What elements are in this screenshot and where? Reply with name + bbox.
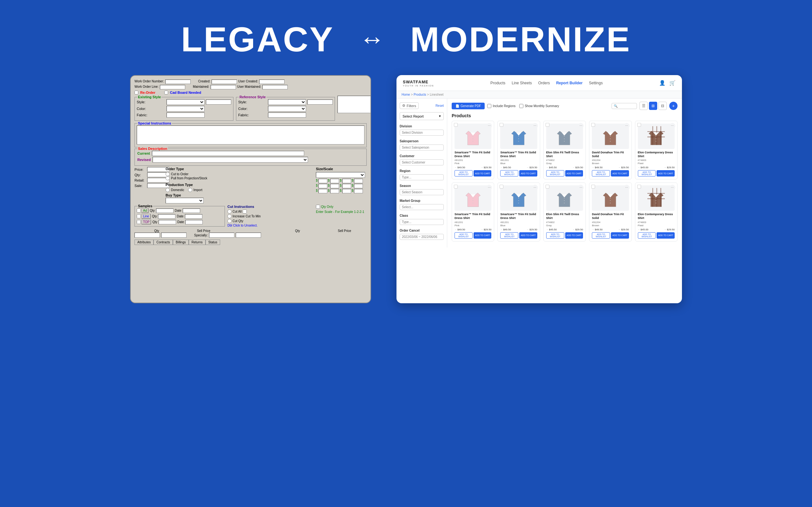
add-to-cart-button[interactable]: ADD TO CART [473,170,492,176]
color-select[interactable] [166,106,205,112]
product-checkbox[interactable] [500,123,503,127]
price-sell-input-1[interactable] [161,233,187,238]
include-regions-checkbox[interactable] [487,104,491,108]
line-qty-input[interactable] [158,214,175,219]
ref-style-input[interactable] [307,100,333,105]
tab-billings[interactable]: Billings [173,239,189,245]
add-to-wishlist-button[interactable]: ADD TO WISHLIST [546,232,564,239]
price-sell-input-2[interactable] [236,233,261,238]
size-cell-5[interactable] [318,184,327,188]
nav-report-builder[interactable]: Report Builder [556,81,582,85]
line-checkbox[interactable] [137,214,141,218]
product-checkbox[interactable] [546,185,549,188]
current-input[interactable] [152,151,304,156]
top-date-input[interactable] [185,220,203,224]
maintained-input[interactable] [211,85,236,89]
work-order-number-input[interactable] [165,79,191,84]
ref-notes-textarea[interactable] [338,96,371,113]
add-to-cart-button[interactable]: ADD TO CART [519,232,537,239]
tab-returns[interactable]: Returns [189,239,206,245]
nav-linesheets[interactable]: Line Sheets [512,81,531,85]
reorder-button[interactable]: Re-Order [140,91,155,95]
division-input[interactable] [400,130,444,135]
cut-all-check[interactable] [243,210,247,214]
ref-color-select[interactable] [268,106,306,112]
nav-orders[interactable]: Orders [538,81,550,85]
size-cell-12[interactable] [354,189,363,193]
card-action-icon[interactable]: ⋯ [532,123,538,129]
product-checkbox[interactable] [637,123,641,127]
reorder-checkbox[interactable] [135,91,138,95]
tab-contracts[interactable]: Contracts [154,239,173,245]
ad-checkbox[interactable] [137,209,141,213]
season-input[interactable] [400,189,444,195]
large-grid-view-button[interactable]: ⊟ [658,102,667,110]
add-to-cart-button[interactable]: ADD TO CART [565,232,583,239]
size-cell-11[interactable] [342,189,351,193]
order-cancel-input[interactable] [400,234,444,240]
show-monthly-summary-checkbox[interactable] [519,104,523,108]
salesperson-input[interactable] [400,145,444,151]
line-date-input[interactable] [185,214,202,219]
size-cell-2[interactable] [330,179,339,183]
breadcrumb-products[interactable]: Products [414,93,426,96]
user-icon[interactable]: 👤 [659,80,665,86]
cart-icon[interactable]: 🛒 [669,80,676,86]
domestic-radio[interactable] [165,188,170,192]
product-checkbox[interactable] [637,185,641,188]
product-checkbox[interactable] [454,185,458,188]
card-action-icon[interactable]: ⋯ [670,123,675,129]
user-created-input[interactable] [259,79,285,84]
style-input[interactable] [206,100,231,105]
ref-fabric-input[interactable] [268,112,306,118]
market-group-input[interactable] [400,204,444,210]
card-action-icon[interactable]: ⋯ [624,185,629,190]
qty-only-checkbox[interactable] [316,205,320,209]
product-checkbox[interactable] [500,185,503,188]
created-input[interactable] [212,79,237,84]
cut-all-radio[interactable] [227,210,232,214]
product-checkbox[interactable] [454,123,458,127]
add-to-wishlist-button[interactable]: ADD TO WISHLIST [592,232,610,239]
size-cell-8[interactable] [354,184,363,188]
product-checkbox[interactable] [591,123,595,127]
qty-sell-input-2[interactable] [209,233,235,238]
size-cell-3[interactable] [342,179,351,183]
add-to-cart-button[interactable]: ADD TO CART [611,232,629,239]
add-button[interactable]: + [669,102,677,110]
cut-to-order-radio-input[interactable] [165,172,170,176]
card-action-icon[interactable]: ⋯ [624,123,629,129]
tab-attributes[interactable]: Attributes [135,239,154,245]
class-input[interactable] [400,219,444,225]
qty-sell-input-1[interactable] [135,233,160,238]
add-to-cart-button[interactable]: ADD TO CART [565,170,583,176]
add-to-wishlist-button[interactable]: ADD TO WISHLIST [638,232,656,239]
top-checkbox[interactable] [137,220,141,224]
breadcrumb-home[interactable]: Home [402,93,410,96]
size-cell-10[interactable] [330,189,339,193]
user-maintained-input[interactable] [262,85,288,89]
product-checkbox[interactable] [546,123,549,127]
import-radio[interactable] [188,188,192,192]
revised-select[interactable] [153,157,308,163]
ad-date-input[interactable] [183,209,200,213]
list-view-button[interactable]: ☰ [640,102,648,110]
product-checkbox[interactable] [591,185,595,188]
style-select[interactable] [166,99,205,105]
size-cell-7[interactable] [342,184,351,188]
work-order-line-input[interactable] [160,85,185,89]
add-to-wishlist-button[interactable]: ADD TO WISHLIST [500,232,518,239]
size-cell-9[interactable] [318,189,327,193]
reset-link[interactable]: Reset [436,104,444,107]
pull-projection-radio-input[interactable] [165,176,170,180]
add-to-cart-button[interactable]: ADD TO CART [657,170,675,176]
select-report-button[interactable]: Select Report ▾ [400,112,444,120]
grid-view-button[interactable]: ⊞ [649,102,657,110]
add-to-wishlist-button[interactable]: ADD TO WISHLIST [592,170,610,176]
add-to-cart-button[interactable]: ADD TO CART [611,170,629,176]
nav-products[interactable]: Products [490,81,505,85]
size-cell-4[interactable] [354,179,363,183]
add-to-wishlist-button[interactable]: ADD TO WISHLIST [638,170,656,176]
nav-settings[interactable]: Settings [589,81,603,85]
add-to-cart-button[interactable]: ADD TO CART [657,232,675,239]
